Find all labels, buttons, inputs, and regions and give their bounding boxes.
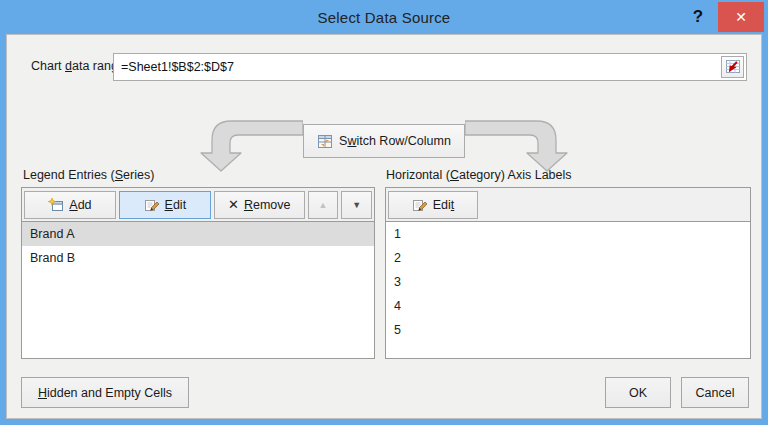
titlebar[interactable]: Select Data Source ? ✕ — [0, 0, 768, 34]
move-up-button[interactable]: ▲ — [308, 191, 339, 219]
select-data-source-dialog: Select Data Source ? ✕ Chart data range: — [0, 0, 768, 425]
axis-labels-panel: Edit 1 2 3 4 5 — [385, 187, 751, 359]
remove-series-button[interactable]: ✕ Remove — [214, 191, 305, 219]
remove-icon: ✕ — [228, 197, 239, 212]
edit-axis-labels-button[interactable]: Edit — [388, 191, 478, 219]
axis-labels-label: Horizontal (Category) Axis Labels — [386, 168, 572, 182]
range-selector-icon — [725, 59, 741, 75]
close-button[interactable]: ✕ — [718, 2, 764, 32]
remove-label: Remove — [244, 198, 291, 212]
left-elbow-arrow-icon — [191, 117, 303, 173]
move-down-button[interactable]: ▼ — [341, 191, 372, 219]
axis-list-item[interactable]: 1 — [386, 222, 750, 246]
switch-row-column-button[interactable]: Switch Row/Column — [303, 124, 465, 158]
down-arrow-icon: ▼ — [352, 200, 361, 210]
chart-data-range-input[interactable] — [113, 53, 747, 81]
hidden-empty-cells-button[interactable]: Hidden and Empty Cells — [21, 377, 189, 408]
help-button[interactable]: ? — [686, 4, 710, 30]
axis-list-item[interactable]: 5 — [386, 318, 750, 342]
hidden-empty-cells-label: Hidden and Empty Cells — [38, 386, 172, 400]
dialog-body: Chart data range: — [6, 34, 762, 419]
axis-list-item[interactable]: 2 — [386, 246, 750, 270]
edit-icon — [144, 198, 160, 212]
ok-button[interactable]: OK — [605, 377, 671, 408]
edit-icon — [412, 198, 428, 212]
help-icon: ? — [693, 7, 703, 27]
axis-list-item[interactable]: 4 — [386, 294, 750, 318]
switch-row-column-icon — [317, 134, 333, 149]
switch-row-column-label: Switch Row/Column — [339, 134, 451, 148]
cancel-button[interactable]: Cancel — [681, 377, 749, 408]
series-list-item[interactable]: Brand A — [22, 222, 374, 246]
chart-data-range-field — [113, 53, 747, 81]
dialog-title: Select Data Source — [318, 9, 451, 26]
series-list: Brand A Brand B — [22, 222, 374, 270]
add-series-button[interactable]: Add — [24, 191, 116, 219]
legend-entries-label: Legend Entries (Series) — [23, 168, 154, 182]
series-list-item[interactable]: Brand B — [22, 246, 374, 270]
add-label: Add — [69, 198, 91, 212]
edit-label: Edit — [165, 198, 187, 212]
collapse-dialog-button[interactable] — [721, 56, 744, 78]
axis-list-item[interactable]: 3 — [386, 270, 750, 294]
edit-axis-label: Edit — [433, 198, 455, 212]
legend-entries-panel: Add Edit ✕ Remove ▲ ▼ — [21, 187, 375, 359]
axis-labels-list: 1 2 3 4 5 — [386, 222, 750, 342]
add-icon — [48, 198, 64, 212]
axis-toolbar: Edit — [386, 188, 750, 222]
up-arrow-icon: ▲ — [319, 200, 328, 210]
close-icon: ✕ — [735, 9, 747, 25]
right-elbow-arrow-icon — [465, 117, 577, 173]
legend-toolbar: Add Edit ✕ Remove ▲ ▼ — [22, 188, 374, 222]
edit-series-button[interactable]: Edit — [119, 191, 211, 219]
